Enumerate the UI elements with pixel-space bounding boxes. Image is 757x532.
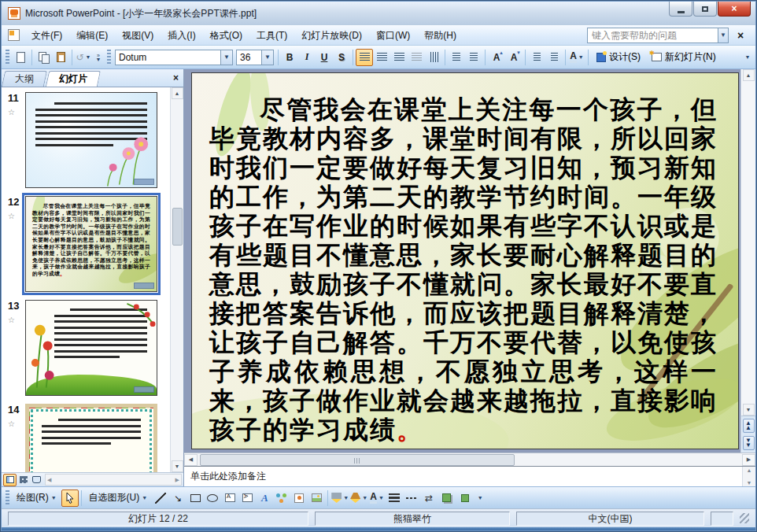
- arrow-tool-button[interactable]: ↘: [169, 490, 186, 507]
- tab-slides[interactable]: 幻灯片: [46, 71, 101, 87]
- slide-thumbnail-14[interactable]: 14☆: [6, 404, 183, 472]
- slide-sorter-view-button[interactable]: [17, 474, 30, 486]
- scroll-left-icon[interactable]: ◀: [47, 477, 51, 483]
- menu-view[interactable]: 视图(V): [115, 27, 161, 44]
- minimize-button[interactable]: [669, 2, 692, 17]
- rectangle-tool-button[interactable]: [186, 490, 204, 507]
- line-style-button[interactable]: [386, 490, 403, 507]
- draw-menu-button[interactable]: 绘图(R)▼: [12, 490, 61, 507]
- pane-horizontal-scrollbar[interactable]: ◀▶: [45, 474, 182, 486]
- scroll-down-icon[interactable]: ▼: [747, 480, 752, 486]
- scroll-up-icon[interactable]: ▲: [743, 69, 755, 81]
- oval-tool-button[interactable]: [204, 490, 221, 507]
- slide-thumbnail-11[interactable]: 11☆: [6, 92, 183, 188]
- menu-format[interactable]: 格式(O): [203, 27, 249, 44]
- toolbar-overflow-button[interactable]: »▼: [94, 54, 105, 61]
- increase-indent-button[interactable]: [545, 49, 563, 66]
- distribute-button[interactable]: [408, 49, 425, 66]
- menu-slideshow[interactable]: 幻灯片放映(D): [294, 27, 369, 44]
- scroll-up-icon[interactable]: ▲: [747, 467, 752, 473]
- new-document-button[interactable]: [12, 49, 29, 66]
- numbered-list-button[interactable]: [448, 49, 465, 66]
- menu-help[interactable]: 帮助(H): [417, 27, 463, 44]
- align-center-button[interactable]: [373, 49, 390, 66]
- notes-placeholder[interactable]: 单击此处添加备注: [184, 470, 266, 483]
- thumbnail-image[interactable]: 尽管我会在课堂上关注每一个孩子，但毕竟教材内容多，课堂时间有限，所以回家时我们一…: [25, 196, 157, 292]
- font-size-combo[interactable]: 36 ▼: [236, 50, 274, 65]
- font-size-dropdown-icon[interactable]: ▼: [261, 50, 273, 65]
- slide-vertical-scrollbar[interactable]: ▲ ▼ ▲▲ ▼▼: [740, 69, 755, 453]
- fill-color-button[interactable]: ▼: [330, 490, 349, 507]
- decrease-font-button[interactable]: A: [505, 49, 523, 66]
- resize-grip[interactable]: [740, 513, 749, 523]
- font-color-button[interactable]: A▼: [368, 490, 386, 507]
- arrow-style-button[interactable]: ⇄: [420, 490, 438, 507]
- 3d-style-button[interactable]: [455, 490, 472, 507]
- underline-button[interactable]: U: [316, 49, 333, 66]
- scroll-right-icon[interactable]: ▶: [175, 477, 179, 483]
- slide-thumbnail-13[interactable]: 13☆: [6, 300, 183, 396]
- text-box-button[interactable]: [221, 490, 238, 507]
- align-right-button[interactable]: [390, 49, 408, 66]
- shadow-style-button[interactable]: [438, 490, 455, 507]
- diagram-button[interactable]: [273, 490, 290, 507]
- wordart-button[interactable]: A: [256, 490, 273, 507]
- help-dropdown-icon[interactable]: ▼: [718, 28, 728, 42]
- menu-insert[interactable]: 插入(I): [161, 27, 202, 44]
- help-search-input[interactable]: [588, 28, 718, 42]
- select-objects-button[interactable]: [61, 490, 79, 507]
- thumbnail-image[interactable]: [25, 404, 157, 472]
- shadow-button[interactable]: S: [333, 49, 350, 66]
- autoshapes-menu-button[interactable]: 自选图形(U)▼: [84, 490, 153, 507]
- toolbar-grip[interactable]: [6, 50, 9, 65]
- slide-canvas[interactable]: 尽管我会在课堂上关注每一个孩子，但毕竟教材内容多，课堂时间有限，所以回家时我们一…: [191, 72, 739, 449]
- scroll-down-icon[interactable]: ▼: [172, 460, 183, 472]
- dash-style-button[interactable]: [403, 490, 420, 507]
- copy-button[interactable]: [35, 49, 52, 66]
- scroll-track[interactable]: [172, 99, 183, 460]
- scroll-down-icon[interactable]: ▼: [743, 404, 755, 416]
- design-template-name[interactable]: 熊猫翠竹: [315, 512, 510, 526]
- toolbar-grip[interactable]: [107, 50, 111, 65]
- scroll-thumb[interactable]: [200, 454, 515, 466]
- thumbnail-image[interactable]: [25, 300, 157, 396]
- menu-file[interactable]: 文件(F): [24, 27, 69, 44]
- vertical-text-button[interactable]: [425, 49, 442, 66]
- notes-scrollbar[interactable]: ▲▼: [742, 467, 755, 486]
- menu-tools[interactable]: 工具(T): [249, 27, 294, 44]
- font-name-dropdown-icon[interactable]: ▼: [220, 50, 232, 65]
- slide-horizontal-scrollbar[interactable]: ◀ ▶: [184, 453, 755, 466]
- normal-view-button[interactable]: [3, 474, 17, 486]
- slide-body-text[interactable]: 尽管我会在课堂上关注每一个孩子，但毕竟教材内容多，课堂时间有限，所以回家时我们一…: [209, 95, 718, 445]
- next-slide-button[interactable]: ▼▼: [743, 436, 755, 450]
- tab-outline[interactable]: 大纲: [2, 71, 47, 87]
- clip-art-button[interactable]: [290, 490, 308, 507]
- decrease-indent-button[interactable]: [528, 49, 545, 66]
- italic-button[interactable]: I: [298, 49, 316, 66]
- menubar-close-icon[interactable]: ×: [732, 29, 749, 42]
- bullet-list-button[interactable]: [465, 49, 482, 66]
- scroll-right-icon[interactable]: ▶: [742, 454, 755, 466]
- align-left-button[interactable]: [356, 49, 373, 66]
- new-slide-button[interactable]: 新幻灯片(N): [646, 49, 722, 66]
- pane-close-icon[interactable]: ×: [173, 72, 179, 83]
- language-indicator[interactable]: 中文(中国): [516, 512, 704, 526]
- thumbnails-scrollbar[interactable]: ▲ ▼: [170, 87, 183, 472]
- menu-edit[interactable]: 编辑(E): [69, 27, 115, 44]
- undo-button[interactable]: ↺▼: [75, 49, 92, 66]
- scroll-left-icon[interactable]: ◀: [184, 454, 198, 466]
- font-name-combo[interactable]: Dotum ▼: [115, 50, 233, 65]
- toolbar-options-button[interactable]: ▼: [743, 55, 754, 59]
- restore-button[interactable]: [693, 2, 717, 17]
- notes-pane[interactable]: 单击此处添加备注 ▲▼: [184, 466, 755, 486]
- slide-design-button[interactable]: 设计(S): [591, 49, 646, 66]
- line-color-button[interactable]: ▼: [349, 490, 368, 507]
- thumbnail-image[interactable]: [25, 92, 157, 188]
- vertical-text-box-button[interactable]: [238, 490, 256, 507]
- line-tool-button[interactable]: [152, 490, 169, 507]
- scroll-track[interactable]: [198, 454, 741, 466]
- scroll-up-icon[interactable]: ▲: [172, 87, 183, 99]
- previous-slide-button[interactable]: ▲▲: [743, 419, 755, 433]
- close-button[interactable]: ×: [718, 2, 751, 17]
- drawbar-options-button[interactable]: ▼: [475, 496, 486, 500]
